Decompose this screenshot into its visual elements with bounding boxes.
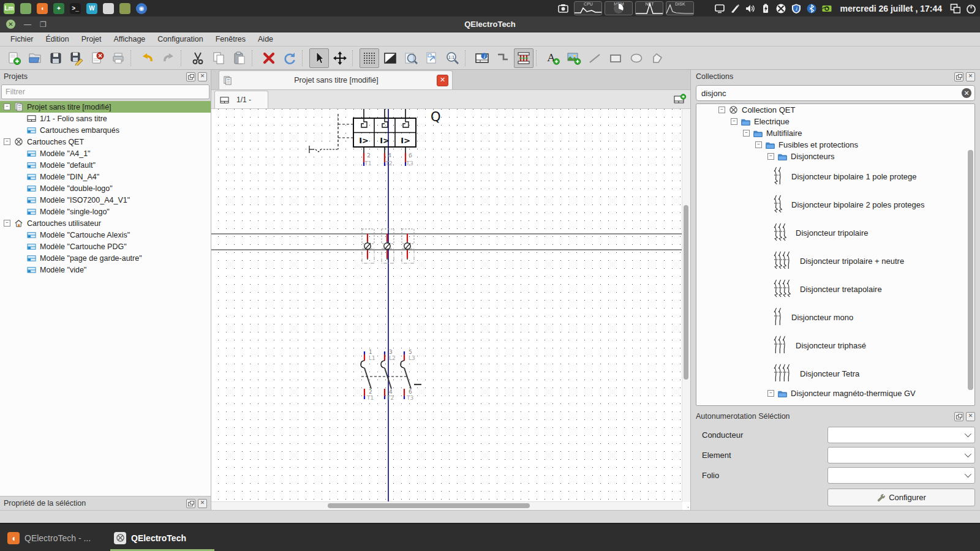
project-tree-item[interactable]: Modèle "vide"	[0, 264, 211, 276]
draw-polygon-button[interactable]	[647, 48, 667, 68]
project-tree-item[interactable]: Modèle "ISO7200_A4_V1"	[0, 194, 211, 206]
grid-button[interactable]	[360, 48, 379, 68]
menu-aide[interactable]: Aide	[252, 34, 279, 45]
collapse-expander-icon[interactable]: −	[718, 107, 725, 113]
scrollbar-thumb[interactable]	[328, 503, 530, 508]
folio-tab[interactable]: 1/1 -	[214, 91, 268, 108]
copy-button[interactable]	[209, 48, 228, 68]
mint-menu-icon[interactable]: Lm	[4, 3, 15, 14]
collapse-expander-icon[interactable]: −	[4, 138, 10, 145]
background-button[interactable]	[380, 48, 400, 68]
close-panel-icon[interactable]: ✕	[966, 72, 975, 81]
document-icon[interactable]	[103, 3, 114, 14]
add-conductor-button[interactable]	[493, 48, 513, 68]
terminal-strip-button[interactable]	[514, 48, 533, 68]
collection-tree-item[interactable]: −Multifilaire	[696, 127, 974, 139]
scrollbar-thumb[interactable]	[968, 150, 973, 390]
switch-element[interactable]: 1L12T13L24T25L36T3	[361, 349, 421, 401]
menu-fichier[interactable]: Fichier	[5, 34, 39, 45]
cut-button[interactable]	[188, 48, 208, 68]
shield-icon[interactable]: i	[791, 4, 801, 13]
conducteur-select[interactable]	[827, 427, 975, 443]
zoom-adjust-button[interactable]	[422, 48, 442, 68]
nvidia-icon[interactable]	[822, 4, 832, 13]
game-icon[interactable]: ✦	[53, 3, 64, 14]
window-maximize-button[interactable]: ❐	[40, 21, 47, 28]
collection-tree-item[interactable]: −Disjoncteur magnéto-thermique GV	[696, 388, 974, 399]
draw-ellipse-button[interactable]	[627, 48, 646, 68]
open-document-button[interactable]	[25, 48, 45, 68]
redo-button[interactable]	[159, 48, 178, 68]
collection-element-item[interactable]: Disjoncteur tretapolaire	[696, 275, 974, 303]
close-document-button[interactable]	[88, 48, 107, 68]
scrollbar-thumb[interactable]	[684, 205, 688, 380]
element-select[interactable]	[827, 447, 975, 463]
add-folio-icon[interactable]	[673, 94, 687, 106]
delete-button[interactable]	[259, 48, 279, 68]
screenshot-icon[interactable]	[558, 4, 568, 13]
diagram-canvas[interactable]: I>I>I>Q2T14T26T31L12T13L24T25L36T3	[211, 109, 690, 510]
canvas-horizontal-scrollbar[interactable]	[211, 501, 682, 510]
save-as-button[interactable]	[67, 48, 86, 68]
battery-icon[interactable]	[761, 4, 771, 13]
collection-element-item[interactable]: Disjoncteur Tetra	[696, 359, 974, 388]
close-panel-icon[interactable]: ✕	[198, 72, 207, 81]
project-tree-item[interactable]: Modèle "A4_1"	[0, 148, 211, 159]
undo-button[interactable]	[138, 48, 157, 68]
collection-tree-item[interactable]: −Electrique	[696, 116, 974, 127]
float-panel-icon[interactable]	[186, 72, 195, 81]
menu-edition[interactable]: Édition	[40, 34, 75, 45]
collection-tree-item[interactable]: −Collection QET	[696, 104, 974, 116]
close-panel-icon[interactable]: ✕	[198, 499, 207, 508]
display-icon[interactable]	[715, 4, 725, 13]
rotate-button[interactable]	[280, 48, 300, 68]
collapse-expander-icon[interactable]: −	[731, 118, 737, 125]
titleblock-info-button[interactable]: i	[472, 48, 492, 68]
new-document-button[interactable]	[4, 48, 24, 68]
print-button[interactable]	[108, 48, 128, 68]
mem-monitor[interactable]: MEM	[605, 1, 633, 15]
stylus-icon[interactable]	[730, 4, 740, 13]
system-monitors[interactable]: CPUMEMNETDISK	[574, 1, 694, 15]
taskbar-item[interactable]: ◖QElectroTech - ...	[2, 524, 109, 551]
clear-search-icon[interactable]: ✕	[962, 88, 971, 98]
window-minimize-button[interactable]: —	[24, 21, 31, 28]
collection-element-item[interactable]: Disjoncteur tripolaire + neutre	[696, 247, 974, 275]
collection-tree-item[interactable]: −Fusibles et protections	[696, 139, 974, 151]
project-tree-item[interactable]: −Cartouches utilisateur	[0, 217, 211, 229]
collection-element-item[interactable]: Disjoncteur bipolaire 2 poles proteges	[696, 190, 974, 219]
collection-element-item[interactable]: Disjoncteur triphasé	[696, 331, 974, 359]
folder-icon[interactable]	[119, 3, 130, 14]
project-tree-item[interactable]: Modèle "page de garde-autre"	[0, 252, 211, 264]
draw-line-button[interactable]	[585, 48, 605, 68]
breaker-element[interactable]: I>I>I>Q2T14T26T3	[309, 109, 441, 167]
close-tab-icon[interactable]: ✕	[437, 75, 448, 86]
add-text-button[interactable]: A	[543, 48, 563, 68]
folio-select[interactable]	[827, 467, 975, 484]
project-tree-item[interactable]: Modèle "double-logo"	[0, 182, 211, 194]
window-close-button[interactable]: ✕	[6, 20, 15, 29]
projects-filter-input[interactable]	[1, 84, 209, 99]
paste-button[interactable]	[230, 48, 249, 68]
file-manager-icon[interactable]	[20, 3, 31, 14]
collection-element-item[interactable]: Disjoncteur tripolaire	[696, 219, 974, 247]
collection-tree-item[interactable]: −Disjoncteurs	[696, 151, 974, 162]
canvas-vertical-scrollbar[interactable]	[682, 109, 690, 502]
screenshot-icon[interactable]	[699, 4, 709, 13]
collapse-expander-icon[interactable]: −	[743, 130, 750, 137]
project-tab[interactable]: Projet sans titre [modifié] ✕	[219, 70, 453, 89]
project-tree-item[interactable]: Modèle "DIN_A4"	[0, 171, 211, 182]
menu-affichage[interactable]: Affichage	[108, 34, 151, 45]
project-tree-item[interactable]: Modèle "default"	[0, 159, 211, 171]
collapse-expander-icon[interactable]: −	[767, 390, 774, 397]
project-tree-item[interactable]: 1/1 - Folio sans titre	[0, 113, 211, 124]
bluetooth-icon[interactable]	[807, 4, 816, 13]
collections-search-input[interactable]	[696, 85, 975, 101]
collapse-expander-icon[interactable]: −	[4, 103, 10, 110]
net-monitor[interactable]: NET	[635, 1, 663, 15]
zoom-reset-button[interactable]: 1:1	[443, 48, 462, 68]
configure-button[interactable]: Configurer	[827, 489, 975, 506]
horizontal-conductors[interactable]	[211, 234, 682, 250]
taskbar-item[interactable]: QElectroTech	[109, 524, 216, 551]
workspaces-icon[interactable]	[950, 4, 960, 13]
